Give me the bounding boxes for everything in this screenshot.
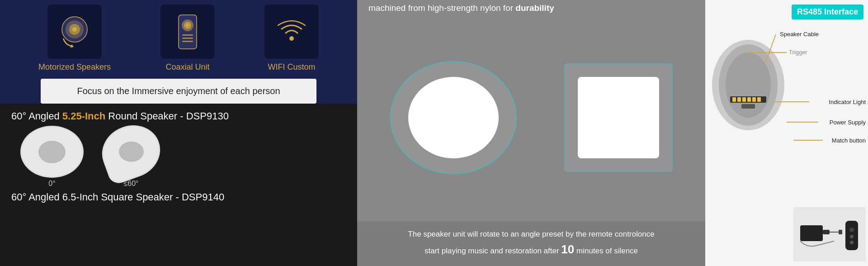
spec2-suffix: Square Speaker - DSP9140 [98, 191, 224, 203]
middle-panel: machined from high-strength nylon for du… [357, 0, 705, 266]
svg-rect-21 [757, 97, 761, 102]
accessories-svg [798, 212, 861, 257]
speaker-cable-label: Speaker Cable [780, 31, 819, 38]
rotation-line2-wrapper: start playing music and restoration afte… [368, 240, 694, 259]
durability-word: durability [515, 3, 554, 13]
rotation-number: 10 [561, 242, 574, 256]
rotation-line1: The speaker unit will rotate to an angle… [368, 228, 694, 240]
spec1-prefix: 60° Angled [11, 110, 62, 122]
wifi-icon-box [264, 5, 319, 59]
dsp-diagram: Trigger Speaker Cable Indicator Light Po… [705, 22, 868, 266]
svg-rect-20 [752, 97, 756, 102]
spec1-suffix: Round Speaker - DSP9130 [105, 110, 229, 122]
svg-point-12 [289, 36, 294, 41]
match-button-line [793, 140, 823, 141]
diagram-speaker-svg [717, 42, 780, 128]
spec1-highlight: 5.25-Inch [62, 110, 105, 122]
svg-rect-11 [182, 41, 193, 42]
svg-rect-24 [823, 230, 830, 234]
svg-point-29 [850, 235, 854, 238]
trigger-line [748, 52, 787, 53]
rs485-badge: RS485 Interface [792, 5, 863, 19]
angle-0-label: 0° [48, 180, 55, 188]
spec-title-2: 60° Angled 6.5-Inch Square Speaker - DSP… [11, 191, 346, 203]
speaker-images-row: 0° ≤60° [11, 126, 346, 188]
speaker-mid-photo-left [390, 61, 517, 174]
speaker-specs-section: 60° Angled 5.25-Inch Round Speaker - DSP… [0, 104, 357, 266]
motorized-speakers-icon [57, 14, 93, 50]
speaker-straight-container: 0° [20, 126, 84, 188]
indicator-light-line [773, 101, 809, 102]
svg-point-28 [849, 228, 854, 232]
svg-rect-23 [800, 225, 823, 241]
product-icons-row: Motorized Speakers Coaxial Unit [0, 0, 357, 79]
svg-rect-10 [182, 38, 193, 39]
coaxial-unit-icon [170, 13, 206, 51]
speaker-angled-img [94, 117, 167, 186]
durability-text-main: machined from high-strength nylon for [368, 3, 513, 13]
speaker-angled-container: ≤60° [102, 126, 160, 188]
svg-rect-19 [747, 97, 751, 102]
speaker-mid-inner-left [408, 77, 499, 158]
coaxial-label: Coaxial Unit [166, 62, 210, 72]
speaker-straight-img [20, 126, 84, 178]
speaker-images-mid [357, 14, 705, 222]
motorized-icon-box [47, 5, 102, 59]
wifi-label: WIFI Custom [268, 62, 315, 72]
spec2-highlight: 6.5-Inch [62, 191, 99, 203]
spec-title-1: 60° Angled 5.25-Inch Round Speaker - DSP… [11, 110, 346, 122]
product-item-motorized: Motorized Speakers [38, 5, 111, 72]
power-supply-label: Power Supply [830, 119, 866, 126]
speaker-mid-inner-right [578, 77, 659, 158]
trigger-label-container: Trigger [789, 49, 807, 56]
svg-rect-18 [742, 97, 746, 102]
match-button-label: Match button [832, 137, 866, 144]
svg-point-3 [72, 27, 77, 32]
rotation-description: The speaker unit will rotate to an angle… [357, 221, 705, 266]
diagram-speaker-circle [712, 40, 784, 130]
product-item-wifi: WIFI Custom [264, 5, 319, 72]
accessories-image [793, 207, 866, 261]
motorized-label: Motorized Speakers [38, 62, 111, 72]
indicator-light-label: Indicator Light [829, 99, 866, 105]
svg-rect-17 [737, 97, 741, 102]
focus-banner: Focus on the Immersive enjoyment of each… [41, 79, 316, 104]
durability-text: machined from high-strength nylon for du… [357, 0, 705, 14]
left-panel: Motorized Speakers Coaxial Unit [0, 0, 357, 266]
svg-rect-9 [182, 34, 193, 36]
svg-point-30 [850, 241, 854, 244]
product-item-coaxial: Coaxial Unit [160, 5, 215, 72]
rotation-line3: minutes of silence [576, 247, 638, 255]
spec2-prefix: 60° Angled [11, 191, 62, 203]
svg-rect-22 [741, 104, 755, 109]
rotation-line2: start playing music and restoration afte… [425, 247, 559, 255]
power-supply-line [787, 122, 818, 123]
trigger-label: Trigger [789, 49, 807, 56]
svg-rect-16 [732, 97, 736, 102]
wifi-custom-icon [274, 14, 310, 50]
speaker-mid-photo-right [564, 63, 673, 172]
svg-rect-26 [839, 230, 842, 234]
svg-point-8 [186, 24, 189, 27]
right-panel: DSP9130 RS485 Interface Trig [705, 0, 868, 266]
coaxial-icon-box [160, 5, 215, 59]
